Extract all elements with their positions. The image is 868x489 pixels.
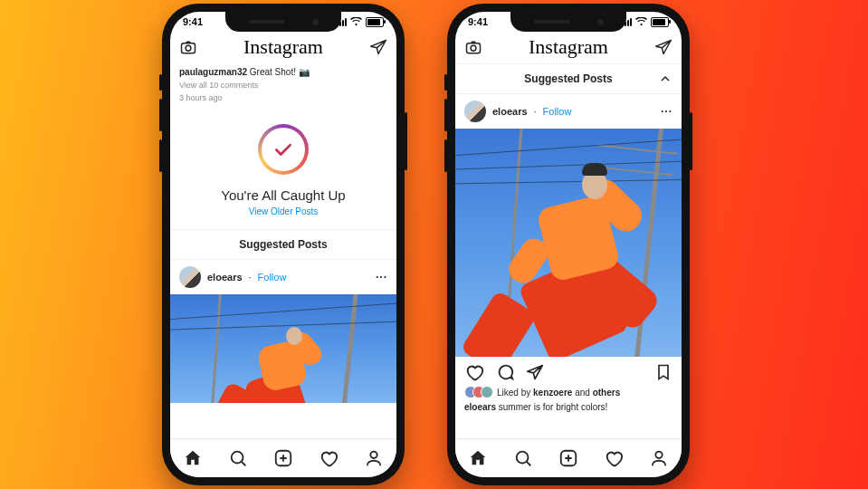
power-button	[690, 112, 692, 170]
svg-point-1	[186, 45, 191, 51]
phone-mockup-left: 9:41 Instagram paulaguzman32 Great Shot!…	[162, 4, 405, 485]
dot: ·	[534, 106, 537, 117]
comment-row: paulaguzman32 Great Shot! 📷	[170, 63, 396, 79]
suggested-title: Suggested Posts	[524, 72, 612, 85]
svg-rect-5	[467, 43, 481, 53]
svg-point-7	[517, 452, 529, 464]
notch	[510, 12, 626, 32]
phone-mockup-right: 9:41 Instagram Suggested Posts	[447, 4, 690, 485]
post-username[interactable]: eloears	[492, 106, 528, 117]
svg-rect-0	[182, 43, 196, 53]
profile-icon[interactable]	[364, 448, 384, 468]
like-icon[interactable]	[464, 362, 484, 382]
volume-down-button	[159, 139, 162, 172]
new-post-icon[interactable]	[558, 448, 578, 468]
avatar[interactable]	[464, 101, 486, 122]
post-photo[interactable]	[455, 129, 682, 357]
new-post-icon[interactable]	[273, 448, 293, 468]
share-icon[interactable]	[526, 363, 544, 381]
post-photo[interactable]	[170, 294, 396, 403]
search-icon[interactable]	[228, 448, 248, 468]
liked-by-text: Liked by kenzoere and others	[497, 388, 620, 398]
volume-up-button	[159, 99, 162, 131]
comment-text: Great Shot! 📷	[250, 67, 310, 77]
dot: ·	[249, 272, 252, 283]
checkmark-ring-icon	[258, 124, 309, 175]
suggested-header[interactable]: Suggested Posts	[455, 63, 682, 94]
battery-icon	[651, 17, 669, 27]
follow-link[interactable]: Follow	[258, 272, 287, 283]
suggested-header: Suggested Posts	[170, 229, 396, 260]
svg-point-4	[370, 452, 377, 458]
send-icon[interactable]	[654, 38, 672, 56]
activity-icon[interactable]	[319, 448, 339, 468]
status-time: 9:41	[468, 16, 488, 27]
feed-content: Instagram Suggested Posts eloears · Foll…	[455, 32, 682, 439]
tab-bar	[170, 438, 396, 477]
post-header: eloears · Follow ···	[170, 260, 396, 294]
app-topbar: Instagram	[170, 32, 396, 63]
likes-row[interactable]: Liked by kenzoere and others	[455, 384, 682, 400]
suggested-title: Suggested Posts	[239, 238, 327, 251]
more-icon[interactable]: ···	[661, 105, 672, 118]
app-logo[interactable]: Instagram	[243, 35, 323, 59]
post-username[interactable]: eloears	[207, 272, 243, 283]
promo-stage: 9:41 Instagram paulaguzman32 Great Shot!…	[0, 0, 868, 489]
battery-icon	[366, 17, 384, 27]
follow-link[interactable]: Follow	[543, 106, 572, 117]
post-actions	[455, 357, 682, 384]
tab-bar	[455, 438, 682, 477]
comment-icon[interactable]	[495, 362, 515, 382]
view-comments-link[interactable]: View all 10 comments	[170, 79, 396, 91]
like-avatars	[464, 386, 493, 398]
more-icon[interactable]: ···	[376, 271, 387, 283]
power-button	[405, 112, 407, 170]
wifi-icon	[635, 17, 647, 26]
volume-down-button	[444, 139, 447, 172]
bookmark-icon[interactable]	[654, 363, 672, 381]
feed-content: Instagram paulaguzman32 Great Shot! 📷 Vi…	[170, 32, 396, 439]
view-older-link[interactable]: View Older Posts	[179, 206, 387, 216]
app-topbar: Instagram	[455, 32, 682, 63]
camera-icon[interactable]	[179, 38, 197, 56]
wifi-icon	[350, 17, 362, 26]
send-icon[interactable]	[369, 38, 387, 56]
caught-up-block: You're All Caught Up View Older Posts	[170, 104, 396, 229]
comment-user[interactable]: paulaguzman32	[179, 67, 247, 77]
activity-icon[interactable]	[604, 448, 624, 468]
screen: 9:41 Instagram Suggested Posts	[455, 12, 682, 477]
svg-point-6	[471, 45, 476, 51]
volume-up-button	[444, 99, 447, 131]
notch	[225, 12, 341, 32]
avatar[interactable]	[179, 266, 201, 288]
svg-point-9	[655, 452, 662, 458]
mute-switch	[444, 74, 447, 91]
profile-icon[interactable]	[649, 448, 669, 468]
app-logo[interactable]: Instagram	[529, 35, 608, 59]
mute-switch	[159, 74, 162, 91]
post-caption: eloears summer is for bright colors!	[455, 400, 682, 417]
chevron-up-icon[interactable]	[658, 72, 672, 86]
caught-up-title: You're All Caught Up	[179, 187, 387, 203]
post-header: eloears · Follow ···	[455, 94, 682, 129]
timestamp: 3 hours ago	[170, 91, 396, 104]
home-icon[interactable]	[468, 448, 488, 468]
svg-point-2	[232, 452, 243, 464]
home-icon[interactable]	[183, 448, 203, 468]
search-icon[interactable]	[513, 448, 533, 468]
screen: 9:41 Instagram paulaguzman32 Great Shot!…	[170, 12, 396, 477]
status-time: 9:41	[183, 16, 203, 27]
camera-icon[interactable]	[464, 38, 482, 56]
